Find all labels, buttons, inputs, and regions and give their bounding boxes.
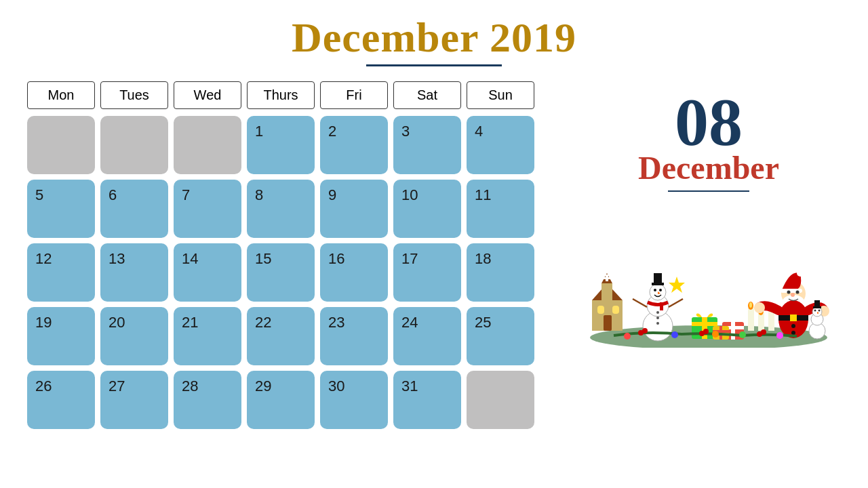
calendar-day-22[interactable]: 22 bbox=[247, 307, 315, 365]
day-header-mon: Mon bbox=[27, 81, 95, 109]
svg-rect-7 bbox=[597, 306, 604, 314]
svg-point-20 bbox=[656, 317, 659, 319]
svg-rect-63 bbox=[813, 306, 821, 308]
day-header-thurs: Thurs bbox=[247, 81, 315, 109]
calendar-day-19[interactable]: 19 bbox=[27, 307, 95, 365]
svg-point-54 bbox=[787, 291, 791, 294]
calendar-day-31[interactable]: 31 bbox=[393, 371, 461, 429]
calendar-day-16[interactable]: 16 bbox=[320, 243, 388, 302]
calendar-day-empty-1[interactable] bbox=[27, 116, 95, 174]
side-panel: 08 December bbox=[556, 81, 841, 348]
svg-rect-6 bbox=[604, 277, 610, 279]
page: December 2019 Mon Tues Wed Thurs Fri Sat… bbox=[0, 0, 868, 488]
calendar-day-7[interactable]: 7 bbox=[174, 180, 241, 238]
calendar-day-empty-3[interactable] bbox=[174, 116, 241, 174]
selected-day-number: 08 bbox=[675, 88, 743, 156]
day-headers: Mon Tues Wed Thurs Fri Sat Sun bbox=[27, 81, 556, 109]
calendar-day-13[interactable]: 13 bbox=[100, 243, 168, 302]
calendar-header: December 2019 bbox=[27, 14, 841, 77]
day-header-fri: Fri bbox=[320, 81, 388, 109]
svg-point-50 bbox=[791, 324, 795, 328]
svg-point-72 bbox=[671, 331, 678, 338]
calendar-day-24[interactable]: 24 bbox=[393, 307, 461, 365]
svg-point-68 bbox=[703, 329, 709, 334]
calendar-day-1[interactable]: 1 bbox=[247, 116, 315, 174]
svg-rect-30 bbox=[731, 322, 735, 340]
svg-rect-64 bbox=[814, 300, 820, 306]
svg-rect-35 bbox=[758, 312, 764, 331]
svg-rect-13 bbox=[652, 283, 664, 285]
svg-point-74 bbox=[739, 331, 746, 338]
calendar-day-9[interactable]: 9 bbox=[320, 180, 388, 238]
svg-rect-18 bbox=[660, 302, 663, 310]
calendar-day-2[interactable]: 2 bbox=[320, 116, 388, 174]
svg-point-73 bbox=[712, 331, 719, 338]
calendar-title: December 2019 bbox=[27, 14, 841, 62]
svg-marker-24 bbox=[669, 277, 685, 293]
calendar-day-28[interactable]: 28 bbox=[174, 371, 241, 429]
calendar-day-11[interactable]: 11 bbox=[467, 180, 534, 238]
calendar-day-6[interactable]: 6 bbox=[100, 180, 168, 238]
calendar-day-8[interactable]: 8 bbox=[247, 180, 315, 238]
svg-point-71 bbox=[624, 333, 631, 340]
calendar-day-30[interactable]: 30 bbox=[320, 371, 388, 429]
calendar-day-empty-2[interactable] bbox=[100, 116, 168, 174]
calendar-day-20[interactable]: 20 bbox=[100, 307, 168, 365]
svg-point-70 bbox=[761, 329, 766, 335]
christmas-decoration bbox=[580, 212, 837, 348]
svg-point-51 bbox=[791, 331, 795, 335]
title-underline bbox=[366, 64, 502, 66]
calendar-day-5[interactable]: 5 bbox=[27, 180, 95, 238]
svg-point-21 bbox=[656, 322, 659, 325]
svg-rect-8 bbox=[612, 306, 619, 314]
calendar-grid: 1 2 3 4 5 6 7 8 9 10 11 12 13 14 15 16 1… bbox=[27, 116, 556, 429]
day-header-sat: Sat bbox=[393, 81, 461, 109]
calendar-day-26[interactable]: 26 bbox=[27, 371, 95, 429]
calendar-day-empty-4[interactable] bbox=[467, 371, 534, 429]
svg-point-15 bbox=[654, 289, 656, 291]
calendar-day-3[interactable]: 3 bbox=[393, 116, 461, 174]
svg-point-45 bbox=[797, 270, 804, 277]
selected-month-name: December bbox=[638, 149, 779, 186]
calendar-day-15[interactable]: 15 bbox=[247, 243, 315, 302]
calendar-day-4[interactable]: 4 bbox=[467, 116, 534, 174]
calendar-day-14[interactable]: 14 bbox=[174, 243, 241, 302]
calendar-day-29[interactable]: 29 bbox=[247, 371, 315, 429]
svg-point-55 bbox=[796, 291, 800, 294]
calendar-day-12[interactable]: 12 bbox=[27, 243, 95, 302]
svg-point-61 bbox=[818, 310, 821, 312]
svg-line-23 bbox=[669, 299, 683, 307]
svg-rect-49 bbox=[790, 314, 797, 321]
calendar-day-25[interactable]: 25 bbox=[467, 307, 534, 365]
svg-line-22 bbox=[633, 299, 647, 307]
calendar-day-27[interactable]: 27 bbox=[100, 371, 168, 429]
svg-point-75 bbox=[776, 332, 783, 339]
day-header-wed: Wed bbox=[174, 81, 241, 109]
svg-rect-34 bbox=[748, 307, 754, 331]
svg-point-19 bbox=[656, 311, 659, 314]
day-header-sun: Sun bbox=[467, 81, 534, 109]
svg-rect-3 bbox=[601, 283, 612, 304]
calendar-day-10[interactable]: 10 bbox=[393, 180, 461, 238]
svg-point-60 bbox=[814, 310, 816, 312]
svg-point-16 bbox=[659, 289, 662, 291]
calendar-day-18[interactable]: 18 bbox=[467, 243, 534, 302]
calendar-day-21[interactable]: 21 bbox=[174, 307, 241, 365]
svg-rect-14 bbox=[654, 273, 662, 283]
svg-point-56 bbox=[791, 293, 795, 297]
day-header-tues: Tues bbox=[100, 81, 168, 109]
calendar-day-17[interactable]: 17 bbox=[393, 243, 461, 302]
christmas-svg bbox=[580, 212, 837, 348]
svg-rect-9 bbox=[604, 315, 612, 331]
selected-date-underline bbox=[668, 190, 749, 192]
calendar-section: Mon Tues Wed Thurs Fri Sat Sun 1 2 3 4 5… bbox=[27, 81, 556, 429]
main-content: Mon Tues Wed Thurs Fri Sat Sun 1 2 3 4 5… bbox=[27, 81, 841, 429]
svg-point-38 bbox=[749, 302, 752, 308]
svg-point-66 bbox=[642, 328, 648, 333]
calendar-day-23[interactable]: 23 bbox=[320, 307, 388, 365]
svg-point-52 bbox=[754, 302, 765, 313]
